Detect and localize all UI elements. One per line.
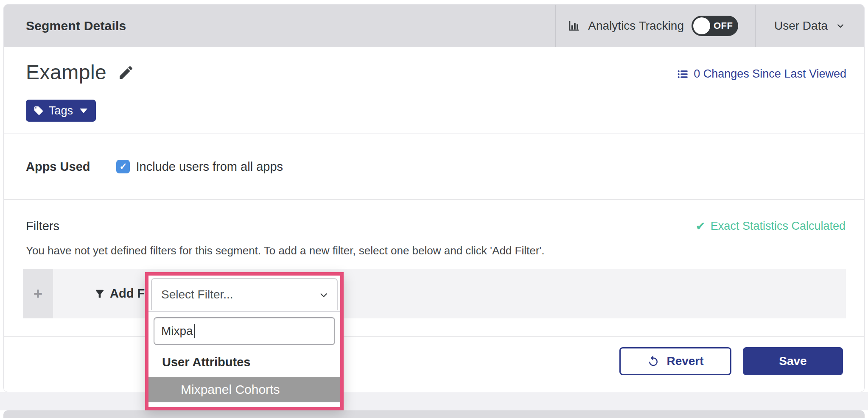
revert-button[interactable]: Revert [619, 347, 731, 375]
exact-statistics-label: Exact Statistics Calculated [711, 220, 846, 233]
revert-icon [647, 355, 660, 368]
tags-button-label: Tags [49, 104, 73, 117]
filter-dropdown-panel: Mixpa User Attributes Mixpanel Cohorts [148, 311, 340, 407]
footer-divider [4, 336, 864, 337]
save-button[interactable]: Save [743, 347, 843, 375]
user-data-dropdown[interactable]: User Data [755, 5, 864, 47]
funnel-icon [94, 288, 106, 300]
filters-section: Filters ✔ Exact Statistics Calculated Yo… [4, 200, 864, 392]
apps-used-section: Apps Used ✓ Include users from all apps [4, 134, 864, 200]
analytics-tracking-label: Analytics Tracking [588, 19, 684, 33]
filter-select-highlight-box: Select Filter... Mixpa User Attributes M… [145, 272, 344, 410]
tag-icon [34, 106, 44, 116]
include-all-apps-label: Include users from all apps [136, 160, 283, 174]
toggle-knob [693, 17, 710, 34]
toggle-state-label: OFF [714, 20, 733, 31]
card-header: Segment Details Analytics Tracking OFF U… [4, 5, 864, 47]
chevron-down-icon [319, 290, 328, 299]
filters-heading: Filters [26, 219, 59, 233]
apps-used-label: Apps Used [26, 160, 90, 174]
changes-link-label: 0 Changes Since Last Viewed [694, 67, 846, 81]
page-title: Segment Details [4, 19, 555, 33]
chevron-down-icon [836, 22, 845, 30]
filter-search-input[interactable]: Mixpa [154, 317, 335, 345]
user-data-label: User Data [774, 19, 828, 33]
add-filter-plus-button[interactable]: + [23, 269, 53, 318]
next-panel-header [3, 410, 865, 418]
select-filter-dropdown[interactable]: Select Filter... [151, 278, 338, 310]
tags-button[interactable]: Tags [26, 100, 96, 122]
save-button-label: Save [779, 354, 806, 368]
include-all-apps-checkbox-group[interactable]: ✓ Include users from all apps [116, 160, 283, 174]
plus-icon: + [34, 285, 42, 303]
caret-down-icon [80, 109, 87, 113]
bar-chart-icon [568, 20, 580, 32]
list-icon [677, 68, 689, 80]
checkbox-checked-icon[interactable]: ✓ [116, 160, 130, 173]
check-icon: ✔ [695, 219, 705, 233]
edit-pencil-icon[interactable] [118, 64, 134, 81]
segment-details-page: Segment Details Analytics Tracking OFF U… [0, 0, 868, 418]
dropdown-group-label: User Attributes [148, 345, 340, 377]
segment-details-card: Segment Details Analytics Tracking OFF U… [3, 4, 865, 392]
filter-search-value: Mixpa [161, 324, 193, 338]
analytics-tracking-section: Analytics Tracking OFF [555, 5, 755, 47]
page-background-gap [0, 392, 868, 410]
text-cursor [194, 324, 195, 338]
filters-description: You have not yet defined filters for thi… [4, 233, 864, 257]
segment-title-section: Example Tags 0 Changes Since Last Viewed [4, 47, 864, 134]
select-filter-placeholder: Select Filter... [161, 288, 233, 301]
dropdown-option-mixpanel-cohorts[interactable]: Mixpanel Cohorts [148, 377, 340, 402]
exact-statistics-status: ✔ Exact Statistics Calculated [695, 219, 846, 233]
check-glyph: ✓ [119, 161, 127, 172]
segment-name: Example [26, 61, 106, 84]
analytics-tracking-toggle[interactable]: OFF [692, 16, 738, 36]
revert-button-label: Revert [666, 354, 703, 368]
changes-since-last-viewed-link[interactable]: 0 Changes Since Last Viewed [677, 67, 846, 81]
